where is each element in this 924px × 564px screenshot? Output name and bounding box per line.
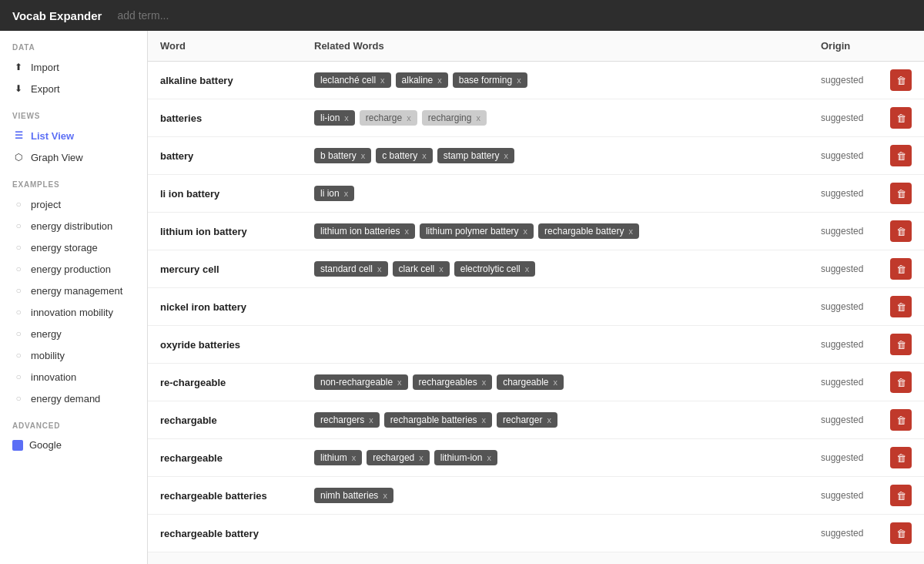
sidebar-item-google[interactable]: Google [0, 435, 147, 455]
google-icon [12, 440, 23, 451]
word-cell: alkaline battery [148, 62, 302, 99]
delete-row-button[interactable]: 🗑 [890, 522, 912, 544]
data-section-label: DATA [0, 31, 147, 56]
sidebar-example-item[interactable]: ○energy distribution [0, 215, 147, 237]
related-tag: recharging x [422, 110, 487, 126]
sidebar-example-item[interactable]: ○energy demand [0, 388, 147, 409]
word-cell: lithium ion battery [148, 213, 302, 250]
remove-tag-button[interactable]: x [419, 453, 424, 462]
remove-tag-button[interactable]: x [547, 415, 551, 425]
related-cell: li ion x [302, 175, 808, 213]
remove-tag-button[interactable]: x [352, 453, 357, 462]
related-cell: lithium xrecharged xlithium-ion x [302, 439, 808, 477]
sidebar-example-item[interactable]: ○mobility [0, 344, 147, 366]
delete-row-button[interactable]: 🗑 [890, 145, 912, 166]
example-icon: ○ [12, 263, 25, 275]
sidebar-example-item[interactable]: ○energy storage [0, 237, 147, 258]
remove-tag-button[interactable]: x [482, 378, 487, 387]
example-icon: ○ [12, 284, 25, 297]
delete-row-button[interactable]: 🗑 [890, 69, 912, 91]
related-cell: non-rechargeable xrechargeables xchargea… [302, 364, 808, 401]
action-cell: 🗑 [878, 401, 924, 439]
related-tag: b battery x [314, 148, 371, 163]
delete-row-button[interactable]: 🗑 [890, 485, 912, 506]
remove-tag-button[interactable]: x [377, 264, 382, 274]
related-cell [302, 288, 808, 326]
table-row: batteryb battery xc battery xstamp batte… [148, 137, 924, 175]
remove-tag-button[interactable]: x [439, 264, 444, 274]
sidebar-example-item[interactable]: ○innovation [0, 366, 147, 388]
sidebar-item-list-view[interactable]: ☰ List View [0, 125, 147, 146]
remove-tag-button[interactable]: x [383, 491, 387, 500]
related-tag: rechargeables x [413, 374, 493, 390]
sidebar-item-export[interactable]: ⬇ Export [0, 78, 147, 99]
origin-cell: suggested [808, 477, 878, 515]
remove-tag-button[interactable]: x [369, 415, 373, 425]
remove-tag-button[interactable]: x [524, 227, 528, 236]
delete-row-button[interactable]: 🗑 [890, 371, 912, 393]
table-row: rechargeable batteriesnimh batteries xsu… [148, 477, 924, 515]
word-cell: li ion battery [148, 175, 302, 213]
search-input[interactable] [117, 9, 912, 22]
remove-tag-button[interactable]: x [525, 264, 530, 274]
origin-cell: suggested [808, 99, 878, 137]
related-tag: clark cell x [393, 261, 450, 277]
table-row: li ion batteryli ion xsuggested🗑 [148, 175, 924, 213]
origin-cell: suggested [808, 401, 878, 439]
remove-tag-button[interactable]: x [361, 151, 366, 160]
delete-row-button[interactable]: 🗑 [890, 334, 912, 355]
related-tag: lithium polymer battery x [420, 223, 534, 239]
sidebar-example-item[interactable]: ○energy management [0, 280, 147, 301]
remove-tag-button[interactable]: x [404, 227, 409, 236]
sidebar-example-item[interactable]: ○energy [0, 323, 147, 344]
related-tag: lithium-ion x [434, 450, 497, 465]
sidebar-example-item[interactable]: ○project [0, 193, 147, 215]
delete-row-button[interactable]: 🗑 [890, 220, 912, 242]
remove-tag-button[interactable]: x [437, 76, 442, 85]
remove-tag-button[interactable]: x [476, 113, 480, 123]
table-row: nickel iron batterysuggested🗑 [148, 288, 924, 326]
remove-tag-button[interactable]: x [422, 151, 427, 160]
related-cell [302, 326, 808, 364]
action-cell: 🗑 [878, 515, 924, 552]
related-cell: b battery xc battery xstamp battery x [302, 137, 808, 175]
remove-tag-button[interactable]: x [380, 76, 385, 85]
table-row: alkaline batteryleclanché cell xalkaline… [148, 62, 924, 99]
sidebar-example-item[interactable]: ○innovation mobility [0, 301, 147, 323]
related-tag: non-rechargeable x [314, 374, 408, 390]
delete-row-button[interactable]: 🗑 [890, 409, 912, 431]
origin-cell: suggested [808, 439, 878, 477]
word-cell: rechargable [148, 401, 302, 439]
delete-row-button[interactable]: 🗑 [890, 107, 912, 129]
sidebar-item-graph-view[interactable]: ⬡ Graph View [0, 146, 147, 168]
remove-tag-button[interactable]: x [554, 378, 558, 387]
table-row: rechargablerechargers xrechargable batte… [148, 401, 924, 439]
table-row: oxyride batteriessuggested🗑 [148, 326, 924, 364]
related-tag: electrolytic cell x [454, 261, 536, 277]
remove-tag-button[interactable]: x [517, 76, 521, 85]
word-cell: batteries [148, 99, 302, 137]
delete-row-button[interactable]: 🗑 [890, 258, 912, 280]
action-cell: 🗑 [878, 62, 924, 99]
export-icon: ⬇ [12, 82, 25, 95]
remove-tag-button[interactable]: x [344, 113, 349, 123]
delete-row-button[interactable]: 🗑 [890, 183, 912, 204]
import-icon: ⬆ [12, 61, 25, 73]
related-tag: c battery x [376, 148, 433, 163]
remove-tag-button[interactable]: x [344, 189, 349, 198]
remove-tag-button[interactable]: x [629, 227, 634, 236]
sidebar-item-import[interactable]: ⬆ Import [0, 56, 147, 78]
delete-row-button[interactable]: 🗑 [890, 447, 912, 468]
example-icon: ○ [12, 220, 25, 232]
remove-tag-button[interactable]: x [407, 113, 411, 123]
action-cell: 🗑 [878, 99, 924, 137]
remove-tag-button[interactable]: x [487, 453, 491, 462]
remove-tag-button[interactable]: x [482, 415, 487, 425]
sidebar-example-item[interactable]: ○energy production [0, 258, 147, 280]
delete-row-button[interactable]: 🗑 [890, 296, 912, 317]
remove-tag-button[interactable]: x [397, 378, 402, 387]
related-tag: chargeable x [497, 374, 564, 390]
action-cell: 🗑 [878, 439, 924, 477]
origin-cell: suggested [808, 364, 878, 401]
remove-tag-button[interactable]: x [504, 151, 508, 160]
